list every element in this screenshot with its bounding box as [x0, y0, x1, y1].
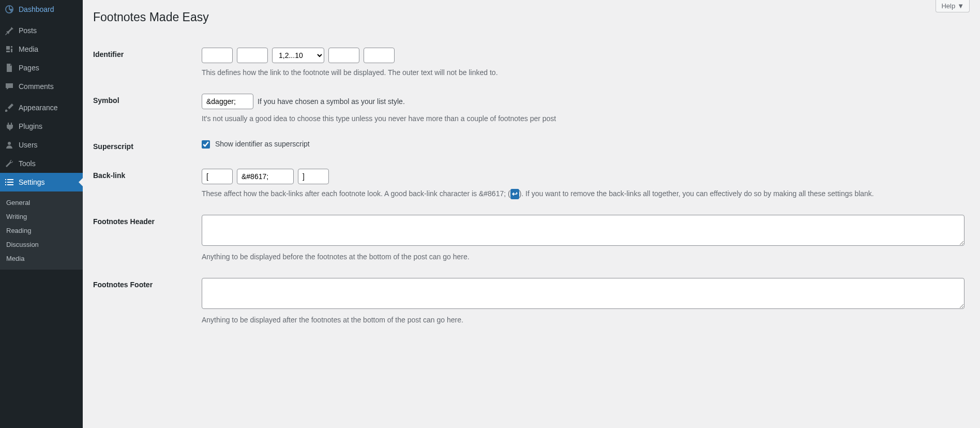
identifier-pre2-input[interactable]	[237, 48, 268, 63]
submenu-item-reading[interactable]: Reading	[0, 224, 83, 238]
backlink-mid-input[interactable]	[237, 169, 294, 184]
sidebar-item-label: Pages	[19, 64, 39, 72]
settings-form: Identifier 1,2...10 This defines how the…	[93, 40, 970, 333]
backlink-pre-input[interactable]	[202, 169, 233, 184]
sidebar-item-label: Appearance	[19, 104, 58, 112]
page-icon	[4, 63, 14, 73]
sidebar-item-label: Posts	[19, 26, 37, 35]
symbol-label: Symbol	[93, 86, 197, 132]
brush-icon	[4, 102, 14, 113]
sidebar-item-posts[interactable]: Posts	[0, 21, 83, 40]
footnotes-footer-textarea[interactable]	[202, 278, 964, 309]
identifier-post1-input[interactable]	[328, 48, 359, 63]
page-title: Footnotes Made Easy	[93, 0, 970, 29]
sidebar-item-dashboard[interactable]: Dashboard	[0, 0, 83, 19]
pin-icon	[4, 25, 14, 36]
sidebar-item-users[interactable]: Users	[0, 136, 83, 154]
backlink-label: Back-link	[93, 161, 197, 207]
wrench-icon	[4, 158, 14, 169]
footnotes-footer-label: Footnotes Footer	[93, 270, 197, 333]
backlink-post-input[interactable]	[298, 169, 329, 184]
submenu-item-general[interactable]: General	[0, 196, 83, 210]
sidebar-item-settings[interactable]: Settings	[0, 173, 83, 191]
help-label: Help	[941, 2, 955, 10]
comment-icon	[4, 81, 14, 92]
footnotes-header-description: Anything to be displayed before the foot…	[202, 252, 964, 262]
sidebar-item-label: Comments	[19, 82, 54, 91]
sidebar-item-tools[interactable]: Tools	[0, 154, 83, 173]
symbol-description: It's not usually a good idea to choose t…	[202, 113, 964, 124]
identifier-style-select[interactable]: 1,2...10	[272, 48, 324, 63]
main-content: Help ▼ Footnotes Made Easy Identifier 1,…	[83, 0, 980, 428]
plug-icon	[4, 121, 14, 131]
sidebar-item-pages[interactable]: Pages	[0, 58, 83, 77]
backlink-description: These affect how the back-links after ea…	[202, 188, 964, 199]
footnotes-footer-description: Anything to be displayed after the footn…	[202, 315, 964, 326]
superscript-checkbox[interactable]	[202, 140, 210, 149]
footnotes-header-textarea[interactable]	[202, 215, 964, 246]
admin-sidebar: Dashboard Posts Media Pages Comments App…	[0, 0, 83, 428]
user-icon	[4, 140, 14, 150]
identifier-description: This defines how the link to the footnot…	[202, 67, 964, 78]
submenu-item-discussion[interactable]: Discussion	[0, 238, 83, 252]
return-arrow-icon: ↩	[510, 189, 519, 199]
sidebar-item-label: Plugins	[19, 122, 42, 130]
superscript-checkbox-label[interactable]: Show identifier as superscript	[202, 140, 310, 148]
settings-submenu: General Writing Reading Discussion Media	[0, 191, 83, 270]
sidebar-item-label: Tools	[19, 159, 36, 168]
identifier-pre1-input[interactable]	[202, 48, 233, 63]
identifier-post2-input[interactable]	[364, 48, 395, 63]
settings-icon	[4, 177, 14, 187]
symbol-input[interactable]	[202, 94, 253, 109]
symbol-inline-text: If you have chosen a symbol as your list…	[258, 97, 405, 106]
identifier-label: Identifier	[93, 40, 197, 86]
sidebar-item-label: Media	[19, 45, 38, 53]
sidebar-item-media[interactable]: Media	[0, 40, 83, 58]
chevron-down-icon: ▼	[957, 2, 964, 10]
media-icon	[4, 44, 14, 54]
sidebar-item-plugins[interactable]: Plugins	[0, 117, 83, 136]
submenu-item-media[interactable]: Media	[0, 252, 83, 265]
footnotes-header-label: Footnotes Header	[93, 207, 197, 270]
superscript-label: Superscript	[93, 132, 197, 161]
dashboard-icon	[4, 4, 14, 14]
sidebar-item-label: Users	[19, 141, 38, 149]
sidebar-item-appearance[interactable]: Appearance	[0, 98, 83, 117]
submenu-item-writing[interactable]: Writing	[0, 210, 83, 224]
sidebar-item-label: Dashboard	[19, 5, 54, 13]
sidebar-item-label: Settings	[19, 178, 45, 186]
help-tab[interactable]: Help ▼	[936, 0, 970, 12]
superscript-text: Show identifier as superscript	[215, 140, 310, 148]
sidebar-item-comments[interactable]: Comments	[0, 77, 83, 96]
